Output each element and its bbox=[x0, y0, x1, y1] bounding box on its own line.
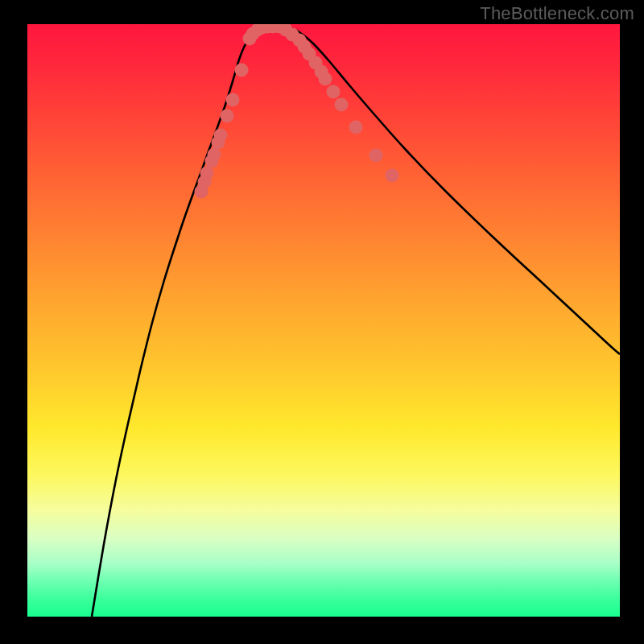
data-dot bbox=[386, 169, 399, 183]
curve-svg bbox=[27, 24, 620, 617]
watermark-text: TheBottleneck.com bbox=[480, 3, 634, 24]
plot-area bbox=[27, 24, 620, 617]
data-dot bbox=[200, 167, 214, 180]
data-dot bbox=[349, 121, 363, 134]
data-dot bbox=[327, 85, 341, 99]
data-dot bbox=[235, 64, 249, 77]
data-dot bbox=[208, 148, 221, 162]
data-dot bbox=[221, 109, 234, 123]
data-dot bbox=[335, 98, 349, 112]
bottleneck-curve bbox=[92, 27, 620, 617]
chart-frame: TheBottleneck.com bbox=[0, 0, 644, 644]
data-dot bbox=[319, 72, 332, 86]
data-dots bbox=[195, 24, 399, 199]
data-dot bbox=[369, 149, 383, 163]
data-dot bbox=[214, 129, 228, 142]
data-dot bbox=[226, 93, 240, 107]
